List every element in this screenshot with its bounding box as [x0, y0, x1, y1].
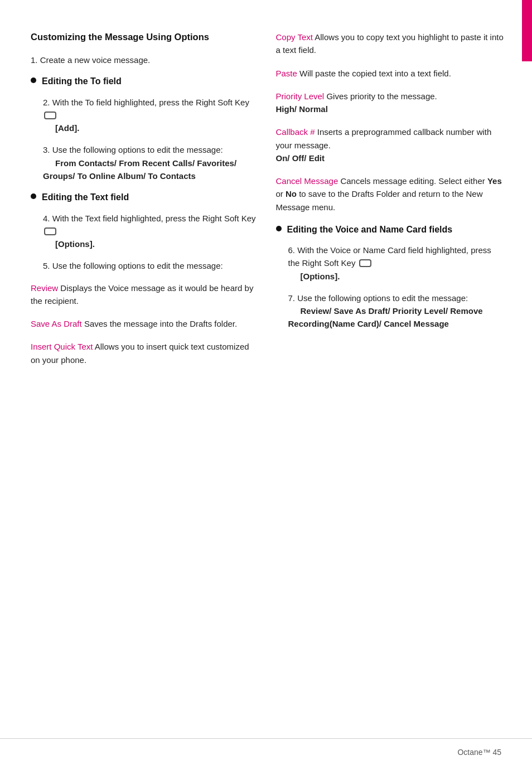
list-item: 6. With the Voice or Name Card field hig…	[276, 244, 505, 283]
list-item: 1. Create a new voice message.	[31, 54, 259, 66]
page-container: Customizing the Message Using Options 1.…	[0, 0, 532, 765]
section-heading: Customizing the Message Using Options	[31, 31, 259, 43]
right-column: Copy Text Allows you to copy text you hi…	[276, 31, 505, 376]
option-cancel-message: Cancel Message Cancels message editing. …	[276, 175, 505, 214]
list-item: 7. Use the following options to edit the…	[276, 292, 505, 331]
item-number: 1.	[31, 55, 40, 65]
footer-text: Octane™ 45	[457, 748, 501, 757]
option-review: Review Displays the Voice message as it …	[31, 282, 259, 308]
bullet-dot	[31, 193, 36, 199]
pink-tab-decoration	[522, 0, 532, 61]
bullet-item-to-field: Editing the To field	[31, 75, 259, 88]
list-item: 3. Use the following options to edit the…	[31, 143, 259, 182]
item-number: 3.	[43, 145, 52, 154]
item-number: 7.	[288, 293, 298, 303]
option-callback: Callback # Inserts a preprogrammed callb…	[276, 125, 505, 164]
content-area: Customizing the Message Using Options 1.…	[0, 0, 532, 410]
soft-key-icon	[44, 112, 56, 119]
item-number: 6.	[288, 245, 298, 255]
soft-key-icon	[44, 227, 56, 235]
option-copy-text: Copy Text Allows you to copy text you hi…	[276, 31, 505, 57]
item-number: 2.	[43, 98, 52, 107]
option-save-as-draft: Save As Draft Saves the message into the…	[31, 317, 259, 330]
footer: Octane™ 45	[0, 738, 532, 765]
bullet-dot	[31, 78, 36, 83]
option-paste: Paste Will paste the copied text into a …	[276, 67, 505, 80]
bullet-item-text-field: Editing the Text field	[31, 191, 259, 204]
soft-key-icon	[359, 259, 371, 267]
list-item: 5. Use the following options to edit the…	[31, 259, 259, 272]
list-item: 4. With the Text field highlighted, pres…	[31, 212, 259, 251]
item-number: 4.	[43, 214, 52, 223]
option-insert-quick-text: Insert Quick Text Allows you to insert q…	[31, 340, 259, 366]
left-column: Customizing the Message Using Options 1.…	[31, 31, 259, 376]
option-priority-level: Priority Level Gives priority to the mes…	[276, 90, 505, 116]
item-number: 5.	[43, 261, 52, 270]
list-item: 2. With the To field highlighted, press …	[31, 96, 259, 135]
bullet-item-voice-name-card: Editing the Voice and Name Card fields	[276, 224, 505, 236]
bullet-dot	[276, 226, 282, 231]
